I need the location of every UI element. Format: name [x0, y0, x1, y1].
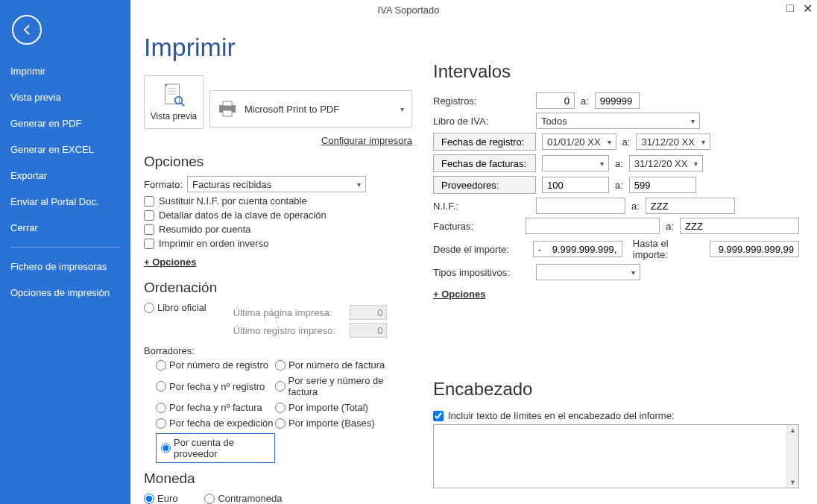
registros-label: Registros: — [433, 95, 530, 107]
document-preview-icon — [163, 83, 185, 108]
ultimo-registro-value — [350, 323, 387, 338]
facturas-label: Facturas: — [433, 221, 520, 232]
proveedores-to[interactable] — [629, 177, 696, 193]
radio-importe-total[interactable] — [275, 403, 286, 413]
chk-detallar-clave[interactable] — [144, 210, 154, 221]
configure-printer-row: Configurar impresora — [144, 135, 412, 146]
preview-row: Vista previa Microsoft Print to PDF ▾ — [144, 75, 412, 129]
sidebar-item-opciones-impresion[interactable]: Opciones de impresión — [0, 280, 130, 306]
printer-name: Microsoft Print to PDF — [245, 104, 339, 115]
radio-contramoneda[interactable] — [204, 494, 215, 504]
format-select[interactable]: Facturas recibidas — [187, 176, 366, 192]
fechas-registro-from[interactable]: 01/01/20 XX — [542, 133, 616, 150]
scrollbar[interactable]: ▲ ▼ — [786, 425, 798, 488]
intervals-heading: Intervalos — [433, 61, 799, 82]
borradores-label: Borradores: — [144, 345, 412, 356]
chk-incluir-texto[interactable] — [433, 411, 444, 421]
close-icon[interactable]: ✕ — [803, 1, 813, 16]
currency-heading: Moneda — [144, 470, 412, 487]
radio-libro-oficial[interactable] — [144, 303, 154, 313]
main-content: Imprimir Vista previa Microsoft P — [130, 21, 817, 504]
sidebar: Imprimir Vista previa Generar en PDF Gen… — [0, 0, 130, 504]
sidebar-item-cerrar[interactable]: Cerrar — [0, 215, 130, 241]
sidebar-item-vista-previa[interactable]: Vista previa — [0, 84, 130, 110]
desde-importe-value[interactable] — [533, 241, 622, 257]
fechas-facturas-to[interactable]: 31/12/20 XX — [629, 155, 704, 171]
scroll-down-icon[interactable]: ▼ — [789, 477, 796, 488]
radio-num-factura[interactable] — [275, 360, 286, 371]
nif-from[interactable] — [536, 198, 625, 214]
svg-rect-8 — [223, 110, 232, 116]
nif-to[interactable] — [646, 198, 735, 214]
chk-detallar-clave-label[interactable]: Detallar datos de la clave de operación — [159, 210, 327, 221]
options-heading: Opciones — [144, 154, 412, 170]
fechas-registro-to[interactable]: 31/12/20 XX — [636, 133, 710, 150]
chk-orden-inverso-label[interactable]: Imprimir en orden inverso — [159, 238, 268, 249]
registros-to[interactable] — [595, 92, 640, 109]
chk-incluir-texto-label[interactable]: Incluir texto de límites en el encabezad… — [448, 410, 675, 421]
left-column: Imprimir Vista previa Microsoft P — [144, 33, 412, 504]
intervals-more-options[interactable]: + Opciones — [433, 289, 485, 300]
svg-rect-7 — [223, 101, 232, 106]
ultima-pagina-value — [350, 305, 387, 320]
chk-sustituir-nif-label[interactable]: Sustituir N.I.F. por cuenta contable — [159, 195, 307, 207]
tipos-select[interactable] — [536, 264, 640, 280]
svg-point-9 — [232, 107, 233, 108]
ultima-pagina-label: Última página impresa: — [233, 307, 345, 318]
chk-resumido-cuenta[interactable] — [144, 224, 154, 235]
header-text-box: ▲ ▼ — [433, 424, 799, 488]
proveedores-button[interactable]: Proveedores: — [433, 176, 536, 194]
chk-orden-inverso[interactable] — [144, 239, 154, 249]
chk-resumido-cuenta-label[interactable]: Resumido por cuenta — [159, 224, 251, 235]
radio-libro-oficial-label[interactable]: Libro oficial — [157, 302, 206, 313]
fechas-facturas-from[interactable] — [542, 155, 609, 171]
header-heading: Encabezado — [433, 379, 799, 400]
facturas-from[interactable] — [526, 218, 660, 234]
printer-select[interactable]: Microsoft Print to PDF ▾ — [209, 90, 412, 127]
sort-heading: Ordenación — [144, 280, 412, 296]
arrow-left-icon — [19, 22, 34, 37]
sidebar-separator — [10, 247, 120, 248]
libro-iva-select[interactable]: Todos — [536, 113, 700, 129]
vista-previa-button[interactable]: Vista previa — [144, 75, 204, 129]
radio-fecha-registro[interactable] — [156, 381, 166, 391]
radio-serie-factura[interactable] — [275, 381, 286, 391]
fechas-registro-button[interactable]: Fechas de registro: — [433, 133, 536, 151]
back-button[interactable] — [12, 15, 42, 45]
nif-label: N.I.F.: — [433, 201, 530, 212]
sidebar-item-generar-pdf[interactable]: Generar en PDF — [0, 110, 130, 136]
sidebar-item-generar-excel[interactable]: Generar en EXCEL — [0, 136, 130, 163]
sidebar-item-imprimir[interactable]: Imprimir — [0, 58, 130, 84]
sidebar-item-exportar[interactable]: Exportar — [0, 163, 130, 189]
printer-icon — [218, 101, 237, 117]
chk-sustituir-nif[interactable] — [144, 196, 154, 207]
a-label: a: — [581, 95, 589, 107]
sidebar-item-enviar-portal[interactable]: Enviar al Portal Doc. — [0, 189, 130, 215]
scroll-up-icon[interactable]: ▲ — [789, 425, 796, 435]
format-label: Formato: — [144, 179, 183, 190]
radio-num-registro[interactable] — [156, 360, 166, 371]
vista-previa-label: Vista previa — [151, 111, 197, 122]
radio-fecha-factura[interactable] — [156, 403, 166, 413]
radio-cuenta-proveedor[interactable] — [161, 443, 171, 453]
fechas-facturas-button[interactable]: Fechas de facturas: — [433, 154, 536, 172]
borradores-radio-group: Por número de registro Por número de fac… — [156, 359, 412, 463]
format-value: Facturas recibidas — [192, 179, 271, 190]
radio-importe-bases[interactable] — [275, 418, 286, 429]
sidebar-item-fichero-impresoras[interactable]: Fichero de impresoras — [0, 253, 130, 280]
hasta-importe-label: Hasta el importe: — [633, 238, 704, 260]
proveedores-from[interactable] — [542, 177, 609, 193]
registros-from[interactable] — [536, 92, 575, 109]
header-textarea[interactable] — [434, 425, 786, 488]
radio-euro[interactable] — [144, 494, 154, 504]
window-title: IVA Soportado — [378, 4, 440, 16]
tipos-label: Tipos impositivos: — [433, 267, 530, 278]
page-title: Imprimir — [144, 33, 412, 62]
radio-fecha-expedicion[interactable] — [156, 418, 166, 429]
facturas-to[interactable] — [680, 218, 799, 234]
hasta-importe-value[interactable] — [710, 241, 799, 257]
configure-printer-link[interactable]: Configurar impresora — [321, 135, 412, 146]
maximize-icon[interactable]: □ — [786, 1, 794, 16]
desde-importe-label: Desde el importe: — [433, 244, 527, 255]
more-options-link[interactable]: + Opciones — [144, 256, 196, 268]
